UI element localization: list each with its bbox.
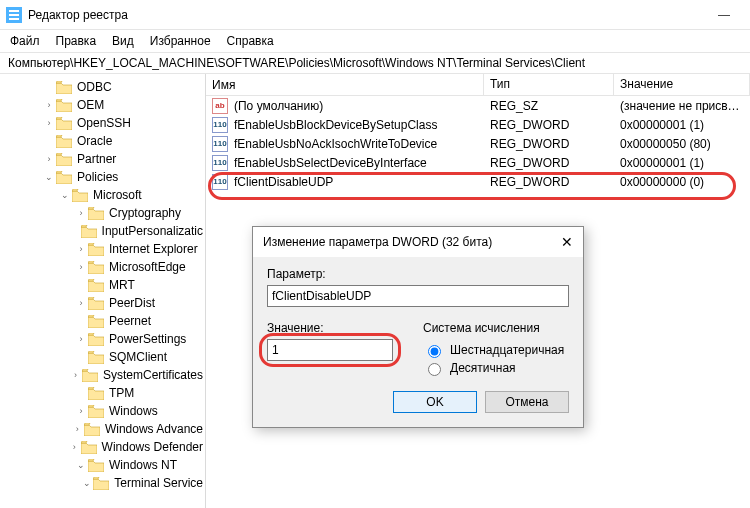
- folder-icon: [56, 170, 72, 184]
- folder-icon: [81, 224, 97, 238]
- tree-item-label: Windows NT: [107, 457, 179, 473]
- tree-item-label: OEM: [75, 97, 106, 113]
- list-header: Имя Тип Значение: [206, 74, 750, 96]
- value-data: 0x00000050 (80): [614, 137, 750, 151]
- tree-item[interactable]: ›PowerSettings: [0, 330, 205, 348]
- menu-favorites[interactable]: Избранное: [142, 32, 219, 50]
- tree-item[interactable]: ›Partner: [0, 150, 205, 168]
- tree-item[interactable]: ⌄Windows NT: [0, 456, 205, 474]
- list-row[interactable]: 110fEnableUsbBlockDeviceBySetupClassREG_…: [206, 115, 750, 134]
- value-type: REG_DWORD: [484, 175, 614, 189]
- expand-icon[interactable]: ›: [71, 424, 84, 434]
- tree-item-label: SQMClient: [107, 349, 169, 365]
- col-header-name[interactable]: Имя: [206, 74, 484, 95]
- tree-item[interactable]: TPM: [0, 384, 205, 402]
- radio-hex[interactable]: Шестнадцатеричная: [423, 341, 569, 359]
- param-label: Параметр:: [267, 267, 569, 281]
- tree-item-label: Windows Advance: [103, 421, 205, 437]
- folder-icon: [88, 404, 104, 418]
- folder-icon: [88, 296, 104, 310]
- tree-item[interactable]: ›Windows Defender: [0, 438, 205, 456]
- menu-help[interactable]: Справка: [219, 32, 282, 50]
- tree-item[interactable]: MRT: [0, 276, 205, 294]
- value-field[interactable]: [267, 339, 393, 361]
- expand-icon[interactable]: ⌄: [74, 460, 88, 470]
- folder-icon: [82, 368, 98, 382]
- tree-item[interactable]: ›SystemCertificates: [0, 366, 205, 384]
- folder-icon: [72, 188, 88, 202]
- app-icon: [6, 7, 22, 23]
- address-bar[interactable]: Компьютер\HKEY_LOCAL_MACHINE\SOFTWARE\Po…: [0, 52, 750, 74]
- tree-item-label: Oracle: [75, 133, 114, 149]
- menu-file[interactable]: Файл: [2, 32, 48, 50]
- folder-icon: [88, 386, 104, 400]
- value-type: REG_DWORD: [484, 156, 614, 170]
- tree-item[interactable]: SQMClient: [0, 348, 205, 366]
- tree-item[interactable]: ›MicrosoftEdge: [0, 258, 205, 276]
- tree-item[interactable]: Peernet: [0, 312, 205, 330]
- list-row[interactable]: 110fClientDisableUDPREG_DWORD0x00000000 …: [206, 172, 750, 191]
- folder-icon: [88, 458, 104, 472]
- value-data: 0x00000001 (1): [614, 156, 750, 170]
- tree-item[interactable]: ›OpenSSH: [0, 114, 205, 132]
- dialog-titlebar: Изменение параметра DWORD (32 бита) ✕: [253, 227, 583, 257]
- address-path: Компьютер\HKEY_LOCAL_MACHINE\SOFTWARE\Po…: [8, 56, 585, 70]
- radio-hex-input[interactable]: [428, 345, 441, 358]
- expand-icon[interactable]: ›: [69, 370, 82, 380]
- tree-item[interactable]: ODBC: [0, 78, 205, 96]
- col-header-type[interactable]: Тип: [484, 74, 614, 95]
- titlebar: Редактор реестра —: [0, 0, 750, 30]
- expand-icon[interactable]: ›: [42, 154, 56, 164]
- expand-icon[interactable]: ›: [74, 334, 88, 344]
- list-row[interactable]: 110fEnableUsbSelectDeviceByInterfaceREG_…: [206, 153, 750, 172]
- tree-item[interactable]: ›OEM: [0, 96, 205, 114]
- folder-icon: [88, 350, 104, 364]
- ok-button[interactable]: OK: [393, 391, 477, 413]
- tree-panel: ODBC›OEM›OpenSSHOracle›Partner⌄Policies⌄…: [0, 74, 206, 508]
- tree-item-label: TPM: [107, 385, 136, 401]
- tree-item[interactable]: ›Windows: [0, 402, 205, 420]
- tree-item[interactable]: ›Internet Explorer: [0, 240, 205, 258]
- menu-view[interactable]: Вид: [104, 32, 142, 50]
- radio-dec[interactable]: Десятичная: [423, 359, 569, 377]
- cancel-button[interactable]: Отмена: [485, 391, 569, 413]
- expand-icon[interactable]: ⌄: [42, 172, 56, 182]
- minimize-button[interactable]: —: [704, 8, 744, 22]
- tree-item[interactable]: InputPersonalizatic: [0, 222, 205, 240]
- list-row[interactable]: 110fEnableUsbNoAckIsochWriteToDeviceREG_…: [206, 134, 750, 153]
- expand-icon[interactable]: ›: [68, 442, 81, 452]
- expand-icon[interactable]: ›: [74, 262, 88, 272]
- base-group: Система исчисления Шестнадцатеричная Дес…: [423, 321, 569, 377]
- menu-edit[interactable]: Правка: [48, 32, 105, 50]
- tree-item-label: Terminal Service: [112, 475, 205, 491]
- expand-icon[interactable]: ⌄: [81, 478, 94, 488]
- radio-dec-input[interactable]: [428, 363, 441, 376]
- expand-icon[interactable]: ›: [74, 406, 88, 416]
- binary-icon: 110: [212, 117, 228, 133]
- tree-item-label: Windows Defender: [100, 439, 205, 455]
- expand-icon[interactable]: ›: [42, 100, 56, 110]
- col-header-value[interactable]: Значение: [614, 74, 750, 95]
- value-data: (значение не присвоено): [614, 99, 750, 113]
- tree-item[interactable]: ›Windows Advance: [0, 420, 205, 438]
- expand-icon[interactable]: ›: [42, 118, 56, 128]
- expand-icon[interactable]: ⌄: [58, 190, 72, 200]
- value-name: fClientDisableUDP: [234, 175, 333, 189]
- param-field[interactable]: [267, 285, 569, 307]
- expand-icon[interactable]: ›: [74, 244, 88, 254]
- folder-icon: [56, 134, 72, 148]
- list-row[interactable]: ab(По умолчанию)REG_SZ(значение не присв…: [206, 96, 750, 115]
- base-label: Система исчисления: [423, 321, 569, 335]
- expand-icon[interactable]: ›: [74, 298, 88, 308]
- tree-item[interactable]: ›Cryptography: [0, 204, 205, 222]
- tree-item[interactable]: ⌄Terminal Service: [0, 474, 205, 492]
- tree-item[interactable]: Oracle: [0, 132, 205, 150]
- expand-icon[interactable]: ›: [74, 208, 88, 218]
- close-icon[interactable]: ✕: [561, 234, 573, 250]
- tree-item[interactable]: ⌄Microsoft: [0, 186, 205, 204]
- tree-item-label: PowerSettings: [107, 331, 188, 347]
- tree-item[interactable]: ›PeerDist: [0, 294, 205, 312]
- folder-icon: [56, 80, 72, 94]
- tree-item-label: PeerDist: [107, 295, 157, 311]
- tree-item[interactable]: ⌄Policies: [0, 168, 205, 186]
